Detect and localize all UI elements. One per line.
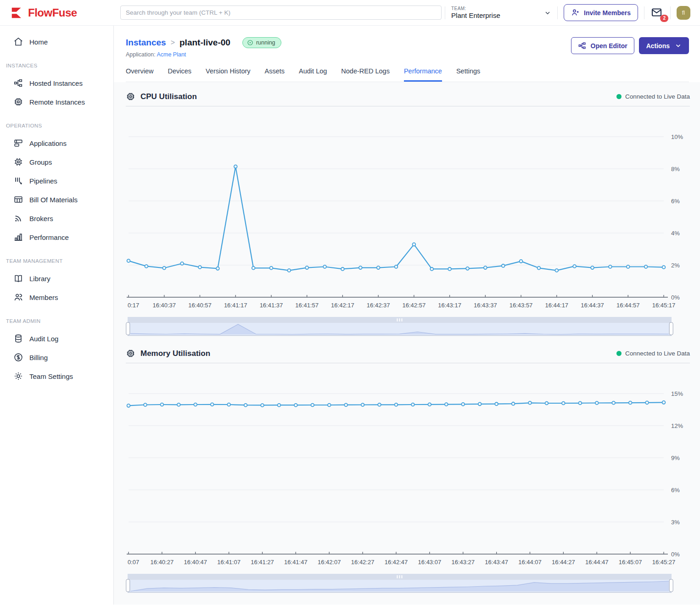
open-editor-button[interactable]: Open Editor [571,37,634,54]
team-label: TEAM: [451,6,500,11]
editor-node-icon [578,41,587,50]
tab-settings[interactable]: Settings [456,67,480,82]
svg-text:16:40:47: 16:40:47 [184,559,207,566]
sidebar-item-applications[interactable]: Applications [0,134,113,152]
tab-audit-log[interactable]: Audit Log [299,67,327,82]
charts-area: CPU Utilisation Connected to Live Data 0… [114,82,700,605]
sidebar-item-label: Brokers [29,215,53,222]
pipelines-icon [13,176,23,186]
sidebar-item-label: Remote Instances [29,98,85,106]
sidebar-item-label: Applications [29,139,67,147]
users-icon [13,292,23,302]
divider [644,6,644,19]
flowfuse-logo-icon [10,6,24,20]
svg-text:16:44:37: 16:44:37 [581,302,604,309]
sidebar-item-billing[interactable]: Billing [0,349,113,366]
application-line: Application: Acme Plant [126,51,281,58]
svg-text:10%: 10% [671,133,683,140]
cpu-live-status: Connected to Live Data [616,93,690,100]
search-input[interactable] [120,6,442,20]
instance-name: plant-live-00 [179,38,230,48]
divider [445,6,445,19]
svg-text:15%: 15% [671,390,683,397]
live-dot-icon [616,351,622,356]
memory-live-status: Connected to Live Data [616,350,690,357]
sidebar-item-home[interactable]: Home [0,33,113,50]
invite-members-button[interactable]: Invite Members [564,4,638,21]
sidebar-section-team-management: TEAM MANAGEMENT [0,247,113,270]
page-header: Instances > plant-live-00 running Applic… [114,26,700,82]
memory-chart-title-text: Memory Utilisation [140,349,210,358]
tab-version-history[interactable]: Version History [206,67,251,82]
memory-zoom-brush[interactable] [126,574,673,593]
open-editor-label: Open Editor [591,42,627,50]
svg-text:8%: 8% [671,166,680,172]
memory-chart-title: Memory Utilisation [126,349,210,358]
tab-performance[interactable]: Performance [404,67,442,82]
dollar-circle-icon [13,352,23,362]
brush-handle-right[interactable] [669,322,673,335]
svg-text:16:41:27: 16:41:27 [251,559,274,566]
sidebar-section-team-admin: TEAM ADMIN [0,307,113,330]
tab-devices[interactable]: Devices [168,67,191,82]
svg-text:16:42:07: 16:42:07 [318,559,341,566]
svg-text:16:42:27: 16:42:27 [351,559,375,566]
sidebar-item-label: Groups [29,158,52,166]
tab-overview[interactable]: Overview [126,67,153,82]
sidebar-item-label: Audit Log [29,335,58,343]
tab-node-red-logs[interactable]: Node-RED Logs [341,67,390,82]
sidebar-item-remote-instances[interactable]: Remote Instances [0,93,113,111]
breadcrumb-instances-link[interactable]: Instances [126,38,166,48]
svg-text:16:43:07: 16:43:07 [418,559,442,566]
flowfuse-logo[interactable]: FlowFuse [0,6,114,20]
avatar[interactable]: fl [677,6,690,20]
team-selector[interactable]: TEAM: Plant Enterprise [451,6,551,19]
sidebar-item-label: Bill Of Materials [29,196,78,204]
breadcrumb: Instances > plant-live-00 running [126,37,281,48]
svg-text:16:45:27: 16:45:27 [652,559,676,566]
sidebar-section-operations: OPERATIONS [0,112,113,134]
svg-text:16:44:27: 16:44:27 [552,559,575,566]
main-content: Instances > plant-live-00 running Applic… [114,26,700,605]
actions-label: Actions [646,42,670,50]
brush-handle-left[interactable] [126,579,130,592]
sidebar-item-label: Billing [29,354,48,361]
sidebar-item-hosted-instances[interactable]: Hosted Instances [0,74,113,92]
sidebar-item-label: Performance [29,233,69,241]
tab-assets[interactable]: Assets [265,67,285,82]
sidebar-item-library[interactable]: Library [0,270,113,287]
svg-text:6%: 6% [671,198,680,205]
svg-text:2%: 2% [671,262,680,269]
sidebar-item-members[interactable]: Members [0,289,113,306]
brush-handle-left[interactable] [126,322,130,335]
svg-text:16:43:37: 16:43:37 [474,302,497,309]
chip-icon [13,97,23,107]
home-icon [13,37,23,47]
cpu-zoom-brush[interactable] [126,317,673,336]
svg-text:9%: 9% [671,455,680,461]
svg-text:16:44:07: 16:44:07 [518,559,542,566]
node-flow-icon [13,78,23,88]
sidebar-item-label: Home [29,38,48,46]
application-link[interactable]: Acme Plant [157,51,186,58]
svg-text:16:42:17: 16:42:17 [331,302,354,309]
sidebar-item-groups[interactable]: Groups [0,153,113,171]
book-icon [13,273,23,283]
sidebar-item-performance[interactable]: Performance [0,228,113,246]
svg-text:16:43:57: 16:43:57 [510,302,533,309]
svg-text:0:17: 0:17 [128,302,139,309]
brush-handle-right[interactable] [669,579,673,592]
sidebar-item-team-settings[interactable]: Team Settings [0,367,113,385]
svg-text:16:43:17: 16:43:17 [438,302,461,309]
notifications-button[interactable]: 2 [650,7,664,19]
sidebar-section-instances: INSTANCES [0,52,113,74]
sidebar-item-pipelines[interactable]: Pipelines [0,172,113,189]
sidebar-item-label: Hosted Instances [29,79,83,87]
breadcrumb-separator: > [171,39,175,47]
svg-text:16:44:57: 16:44:57 [616,302,640,309]
sidebar-item-audit-log[interactable]: Audit Log [0,330,113,347]
instance-tabs: Overview Devices Version History Assets … [126,67,689,82]
sidebar-item-bill-of-materials[interactable]: Bill Of Materials [0,191,113,208]
sidebar-item-brokers[interactable]: Brokers [0,210,113,227]
actions-button[interactable]: Actions [639,37,689,54]
